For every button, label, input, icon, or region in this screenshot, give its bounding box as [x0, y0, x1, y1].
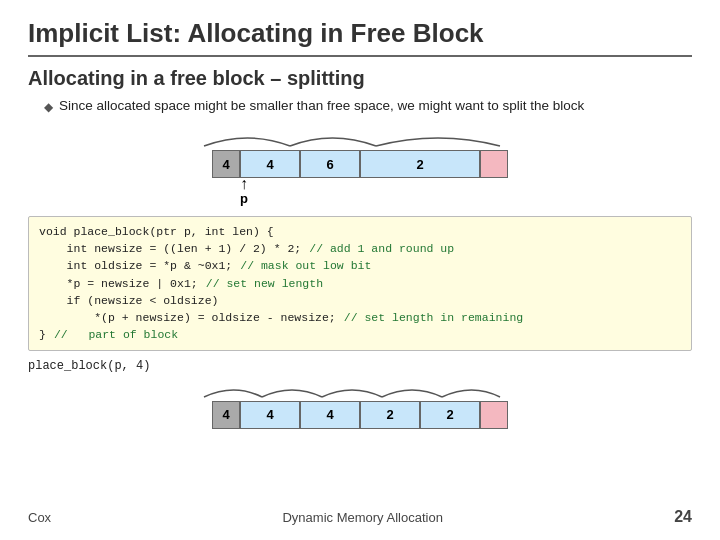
- diagram-1: 4 4 6 2 ↑ p: [28, 128, 692, 206]
- footer: Cox Dynamic Memory Allocation 24: [28, 504, 692, 526]
- block-gray-4: 4: [212, 150, 240, 178]
- block-row-1: 4 4 6 2: [212, 150, 508, 178]
- block2-blue-2b: 2: [420, 401, 480, 429]
- block-blue-4: 4: [240, 150, 300, 178]
- block-blue-2: 2: [360, 150, 480, 178]
- slide-subtitle: Allocating in a free block – splitting: [28, 67, 692, 90]
- block2-blue-2a: 2: [360, 401, 420, 429]
- footer-center: Dynamic Memory Allocation: [282, 510, 442, 525]
- block2-blue-4b: 4: [300, 401, 360, 429]
- bullet-dot: ◆: [44, 100, 53, 114]
- slide-title: Implicit List: Allocating in Free Block: [28, 18, 692, 57]
- footer-left: Cox: [28, 510, 51, 525]
- block-pink: [480, 150, 508, 178]
- block-blue-6: 6: [300, 150, 360, 178]
- code-line-4: *p = newsize | 0x1; // set new length: [39, 275, 681, 292]
- arcs-diagram1: [190, 128, 530, 150]
- diagram-2: 4 4 4 2 2: [28, 381, 692, 429]
- footer-right: 24: [674, 508, 692, 526]
- place-block-call: place_block(p, 4): [28, 359, 692, 373]
- block-row-2: 4 4 4 2 2: [212, 401, 508, 429]
- block2-gray: 4: [212, 401, 240, 429]
- arcs-diagram2: [190, 381, 530, 401]
- p-label: ↑ p: [240, 178, 248, 206]
- bullet-1: ◆ Since allocated space might be smaller…: [44, 98, 692, 114]
- code-line-5: if (newsize < oldsize): [39, 292, 681, 309]
- code-line-1: void place_block(ptr p, int len) {: [39, 223, 681, 240]
- code-box: void place_block(ptr p, int len) { int n…: [28, 216, 692, 351]
- p-label-row: ↑ p: [212, 178, 508, 206]
- block2-pink: [480, 401, 508, 429]
- bullet-text: Since allocated space might be smaller t…: [59, 98, 584, 113]
- code-line-7: } // part of block: [39, 326, 681, 343]
- code-line-6: *(p + newsize) = oldsize - newsize; // s…: [39, 309, 681, 326]
- code-line-3: int oldsize = *p & ~0x1; // mask out low…: [39, 257, 681, 274]
- code-line-2: int newsize = ((len + 1) / 2) * 2; // ad…: [39, 240, 681, 257]
- block2-blue-4a: 4: [240, 401, 300, 429]
